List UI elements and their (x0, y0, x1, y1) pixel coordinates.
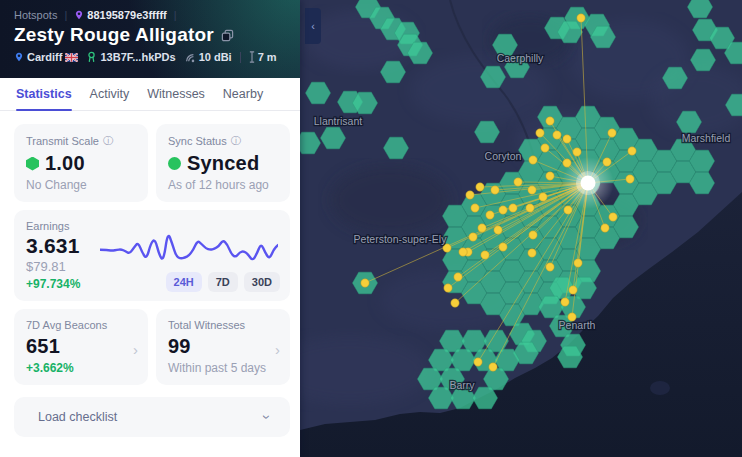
map-label-caerphilly: Caerphilly (497, 52, 544, 64)
tab-witnesses[interactable]: Witnesses (147, 87, 205, 110)
beacons-card[interactable]: 7D Avg Beacons 651 +3.662% › (14, 309, 148, 385)
hotspot-panel: Hotspots | 88195879e3fffff | Zesty Rouge… (0, 0, 300, 457)
witnesses-value: 99 (168, 335, 191, 358)
height-ruler-icon (249, 51, 255, 63)
breadcrumb-separator: | (64, 9, 67, 21)
breadcrumb: Hotspots | 88195879e3fffff | (14, 9, 286, 21)
chevron-down-icon: › (260, 415, 276, 420)
info-icon[interactable]: ⓘ (231, 134, 241, 148)
tab-statistics[interactable]: Statistics (16, 87, 72, 110)
earnings-card: Earnings 3.631 $79.81 +97.734% 24H 7D 30… (14, 210, 290, 301)
green-hexagon-icon (26, 157, 39, 171)
transmit-scale-value: 1.00 (45, 152, 85, 175)
checklist-label: Load checklist (38, 410, 117, 424)
hotspot-meta: Cardiff 13B7F...hkPDs 10 dBi 7 m (14, 51, 286, 63)
range-7d-button[interactable]: 7D (208, 272, 238, 292)
beacons-label: 7D Avg Beacons (26, 319, 107, 331)
location-pin-icon (74, 9, 84, 21)
chevron-right-icon[interactable]: › (275, 341, 280, 358)
range-selector: 24H 7D 30D (166, 272, 280, 292)
beacons-change: +3.662% (26, 361, 136, 375)
map-canvas[interactable]: CaerphillyLlantrisantCorytonMarshfieldPe… (300, 0, 742, 457)
map-label-penarth: Penarth (559, 319, 596, 331)
breadcrumb-separator-2: | (174, 9, 177, 21)
transmit-scale-sub: No Change (26, 178, 136, 192)
owner-badge-icon (86, 51, 97, 63)
sync-status-value: Synced (187, 152, 259, 175)
hotspot-header: Hotspots | 88195879e3fffff | Zesty Rouge… (0, 0, 300, 78)
copy-icon[interactable] (221, 29, 234, 42)
map-label-barry: Barry (449, 379, 475, 391)
page-title: Zesty Rouge Alligator (14, 24, 214, 46)
green-circle-icon (168, 157, 181, 170)
gain-item: 10 dBi (184, 51, 232, 63)
tab-activity[interactable]: Activity (90, 87, 130, 110)
app: Hotspots | 88195879e3fffff | Zesty Rouge… (0, 0, 742, 457)
tab-bar: Statistics Activity Witnesses Nearby (0, 78, 300, 111)
witnesses-sub: Within past 5 days (168, 361, 278, 375)
sync-status-label: Sync Status (168, 135, 227, 147)
gain-text: 10 dBi (199, 51, 232, 63)
location-item[interactable]: Cardiff (14, 51, 78, 63)
elevation-item: 7 m (249, 51, 277, 63)
hex-address[interactable]: 88195879e3fffff (74, 9, 167, 21)
sync-status-sub: As of 12 hours ago (168, 178, 278, 192)
witnesses-label: Total Witnesses (168, 319, 245, 331)
owner-text: 13B7F...hkPDs (100, 51, 175, 63)
witnesses-card[interactable]: Total Witnesses 99 Within past 5 days › (156, 309, 290, 385)
transmit-scale-label: Transmit Scale (26, 135, 99, 147)
map-pin-icon (14, 51, 24, 63)
range-24h-button[interactable]: 24H (166, 272, 202, 292)
statistics-content: Transmit Scaleⓘ 1.00 No Change Sync Stat… (0, 111, 300, 437)
elevation-text: 7 m (258, 51, 277, 63)
antenna-signal-icon (184, 52, 196, 63)
coverage-map[interactable]: CaerphillyLlantrisantCorytonMarshfieldPe… (300, 0, 742, 457)
uk-flag-icon (65, 53, 78, 62)
map-label-coryton: Coryton (485, 150, 522, 162)
map-label-llantrisant: Llantrisant (314, 115, 363, 127)
earnings-value: 3.631 (26, 234, 80, 258)
hex-address-text: 88195879e3fffff (87, 9, 167, 21)
chevron-right-icon[interactable]: › (133, 341, 138, 358)
info-icon[interactable]: ⓘ (103, 134, 113, 148)
location-text: Cardiff (27, 51, 62, 63)
tab-nearby[interactable]: Nearby (223, 87, 263, 110)
beacons-value: 651 (26, 335, 60, 358)
meta-divider (240, 52, 241, 63)
panel-collapse-button[interactable]: ‹ (305, 8, 321, 44)
owner-item[interactable]: 13B7F...hkPDs (86, 51, 175, 63)
sync-status-card: Sync Statusⓘ Synced As of 12 hours ago (156, 124, 290, 202)
breadcrumb-hotspots[interactable]: Hotspots (14, 9, 57, 21)
load-checklist-button[interactable]: Load checklist › (14, 397, 290, 437)
earnings-label: Earnings (26, 220, 69, 232)
range-30d-button[interactable]: 30D (244, 272, 280, 292)
earnings-sparkline-chart (100, 224, 278, 276)
map-label-peterston-super-ely: Peterston-super-Ely (354, 233, 448, 245)
transmit-scale-card: Transmit Scaleⓘ 1.00 No Change (14, 124, 148, 202)
map-label-marshfield: Marshfield (682, 132, 731, 144)
